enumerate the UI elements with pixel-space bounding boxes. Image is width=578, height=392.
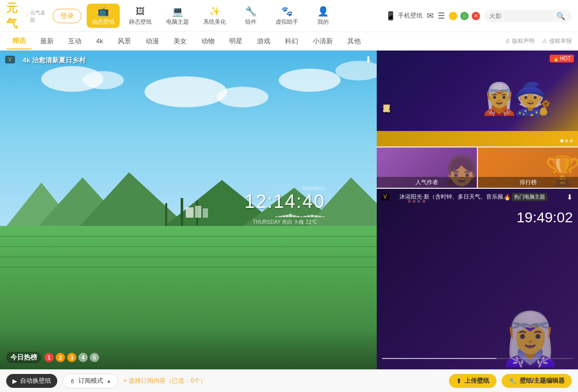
game-chars: 🧝 🧙 (464, 56, 568, 141)
progress-bar (382, 358, 573, 359)
phone-wallpaper-link[interactable]: 📱 手机壁纸 (386, 11, 423, 21)
cat-item-4k[interactable]: 4k (90, 34, 109, 48)
hot-num-3[interactable]: 3 (67, 353, 76, 362)
popular-author-row: 👧 人气作者 🏆 排行榜 (377, 148, 578, 188)
hot-num-1[interactable]: 1 (44, 353, 54, 362)
menu-icon[interactable]: ☰ (438, 11, 445, 21)
close-button[interactable]: ✕ (472, 12, 480, 20)
cat-item-latest[interactable]: 最新 (34, 34, 60, 49)
hot-today: 今日热榜 1 2 3 4 5 (6, 352, 99, 363)
nav-item-my[interactable]: 👤 我的 (308, 4, 339, 28)
sub-mode-button[interactable]: 🕯 订阅模式 ▲ (62, 373, 118, 388)
copyright-link[interactable]: 版权声明 (506, 37, 535, 45)
cat-item-anime[interactable]: 动漫 (139, 34, 165, 49)
bottom-bar: ▶ 自动换壁纸 🕯 订阅模式 ▲ 选择订阅内容（已选：0个） ⬆ 上传壁纸 🔧 … (0, 369, 578, 392)
category-nav: 精选 最新 互动 4k 风景 动漫 美女 动物 明星 游戏 科幻 小清新 其他 … (0, 32, 578, 51)
cat-item-fresh[interactable]: 小清新 (307, 34, 339, 49)
main-content: V 4k 治愈清新夏日乡村 ⬇ 2021/06/11 12:14:40 ▁▂▃▄… (0, 51, 578, 369)
vip-icon-bottom: V (383, 194, 387, 200)
logo-subtitle: 元气桌面 (30, 9, 47, 24)
sub-mode-label: 订阅模式 (78, 377, 103, 385)
cat-item-animal[interactable]: 动物 (195, 34, 221, 49)
nav-item-dynamic[interactable]: 📺 动态壁纸 (87, 4, 120, 28)
editor-button[interactable]: 🔧 壁纸/主题编辑器 (502, 374, 572, 388)
waveform: ▁▂▃▄▅▃▂▁▂▃▄▃▂▁ (245, 213, 325, 217)
hot-badge: 🔥 HOT (550, 55, 574, 62)
right-bottom-vip-badge: V (381, 193, 390, 201)
dot-2[interactable] (565, 139, 568, 142)
clock-time: 12:14:40 (245, 191, 325, 213)
nav-item-system[interactable]: ✨ 系统美化 (198, 4, 231, 28)
svg-rect-10 (195, 206, 201, 218)
right-bottom-download[interactable]: ⬇ (567, 193, 573, 201)
cat-item-interactive[interactable]: 互动 (62, 34, 88, 49)
featured-panel[interactable]: V 4k 治愈清新夏日乡村 ⬇ 2021/06/11 12:14:40 ▁▂▃▄… (0, 51, 377, 369)
popular-author-card[interactable]: 👧 人气作者 (377, 148, 477, 188)
right-panel: 🧝 🧙 万象之宴侠 🔥 HOT (377, 51, 578, 369)
static-icon: 🖼 (136, 6, 145, 17)
login-button[interactable]: 登录 (53, 9, 82, 23)
nav-item-pc-theme[interactable]: 💻 电脑主题 (161, 4, 194, 28)
mail-icon[interactable]: ✉ (427, 11, 434, 21)
hot-label: 今日热榜 (6, 352, 41, 363)
maximize-button[interactable]: □ (460, 12, 469, 20)
nav-item-static[interactable]: 🖼 静态壁纸 (124, 4, 157, 28)
nav-label-virtual: 虚拟助手 (276, 18, 298, 26)
arrow-up-icon: ▲ (106, 378, 111, 384)
hot-fire-icon: 🔥 (553, 56, 559, 61)
nav-item-virtual[interactable]: 🐾 虚拟助手 (270, 4, 303, 28)
upload-button[interactable]: ⬆ 上传壁纸 (449, 374, 496, 388)
featured-vip-badge: V (5, 56, 15, 63)
nav-label-my: 我的 (317, 18, 329, 26)
hot-num-2[interactable]: 2 (56, 353, 65, 362)
ranking-label: 排行榜 (478, 177, 578, 188)
hot-num-5[interactable]: 5 (90, 353, 99, 362)
nav-label-system: 系统美化 (203, 18, 226, 26)
my-icon: 👤 (317, 6, 329, 17)
right-bottom-panel[interactable]: 🧝‍♀️ ✿ ✿ ✿ ✿ V 沐浴阳光·新（含时钟、多日天气、音乐频... 🔥 … (377, 189, 578, 369)
select-content-link[interactable]: 选择订阅内容（已选：0个） (123, 377, 206, 385)
dynamic-icon: 📺 (98, 6, 109, 17)
cat-item-game[interactable]: 游戏 (251, 34, 277, 49)
hot-badge-text: HOT (560, 56, 571, 61)
auto-switch-label: 自动换壁纸 (20, 377, 51, 385)
edit-icon: 🔧 (509, 378, 517, 385)
cat-item-featured[interactable]: 精选 (6, 33, 32, 50)
virtual-icon: 🐾 (281, 6, 293, 17)
featured-title: 4k 治愈清新夏日乡村 (23, 56, 86, 65)
search-bar: 🔍 (484, 10, 572, 22)
header: 元气 ! 元气桌面 登录 📺 动态壁纸 🖼 静态壁纸 💻 电脑主题 ✨ 系统美化… (0, 0, 578, 32)
auth-link[interactable]: ⚠ 侵权举报 (542, 37, 572, 45)
nav-item-widgets[interactable]: 🔧 组件 (235, 4, 266, 28)
hot-theme-badge: 热门电脑主题 (512, 193, 547, 201)
auto-switch-button[interactable]: ▶ 自动换壁纸 (6, 374, 57, 388)
upload-label: 上传壁纸 (464, 377, 489, 385)
dot-1[interactable] (560, 139, 564, 142)
cat-item-scifi[interactable]: 科幻 (279, 34, 304, 49)
cat-item-scenery[interactable]: 风景 (111, 34, 137, 49)
nav-label-dynamic: 动态壁纸 (92, 18, 115, 26)
window-controls: ─ □ ✕ (449, 12, 480, 20)
cat-item-other[interactable]: 其他 (341, 34, 367, 49)
logo-exclaim: ! (26, 13, 28, 18)
hot-num-4[interactable]: 4 (78, 353, 88, 362)
phone-wallpaper-label: 手机壁纸 (398, 11, 423, 20)
svg-rect-11 (203, 208, 208, 218)
upload-icon: ⬆ (456, 378, 461, 385)
right-bottom-clock: 19:49:02 (517, 209, 573, 226)
search-input[interactable] (489, 12, 556, 20)
dot-3[interactable] (570, 139, 573, 142)
nav-label-widgets: 组件 (245, 18, 256, 26)
cat-item-celebrity[interactable]: 明星 (223, 34, 249, 49)
logo-icon: 元气 (6, 1, 25, 31)
right-top-banner[interactable]: 🧝 🧙 万象之宴侠 🔥 HOT (377, 51, 578, 146)
search-icon[interactable]: 🔍 (556, 12, 565, 20)
nav-items: 📺 动态壁纸 🖼 静态壁纸 💻 电脑主题 ✨ 系统美化 🔧 组件 🐾 虚拟助手 … (87, 4, 380, 28)
ranking-card[interactable]: 🏆 排行榜 (478, 148, 578, 188)
cat-item-beauty[interactable]: 美女 (167, 34, 193, 49)
nav-label-pc-theme: 电脑主题 (166, 18, 189, 26)
featured-download-btn[interactable]: ⬇ (365, 55, 372, 64)
minimize-button[interactable]: ─ (449, 12, 457, 20)
widgets-icon: 🔧 (245, 6, 256, 17)
game-yellow-bar (377, 131, 578, 146)
